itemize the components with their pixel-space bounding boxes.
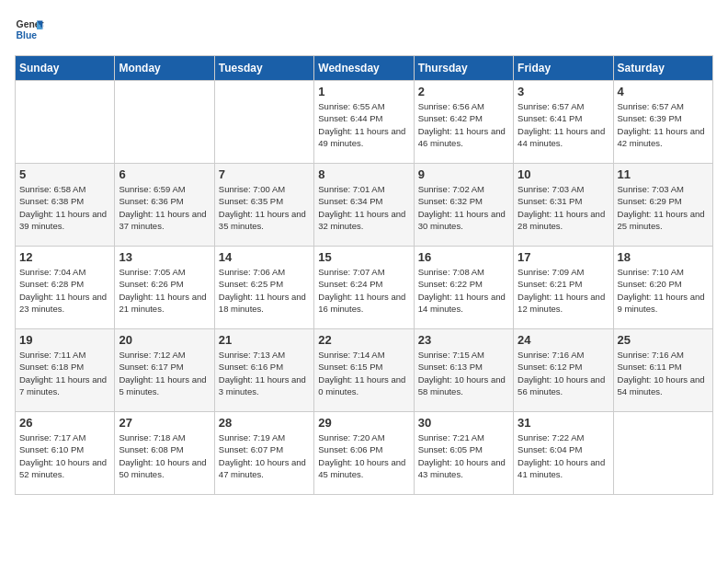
calendar-cell: 23Sunrise: 7:15 AM Sunset: 6:13 PM Dayli… — [414, 329, 513, 412]
day-number: 25 — [618, 333, 709, 347]
calendar-cell: 10Sunrise: 7:03 AM Sunset: 6:31 PM Dayli… — [514, 164, 613, 247]
calendar-week-1: 1Sunrise: 6:55 AM Sunset: 6:44 PM Daylig… — [16, 81, 713, 164]
day-info: Sunrise: 7:19 AM Sunset: 6:07 PM Dayligh… — [219, 431, 310, 480]
day-info: Sunrise: 7:03 AM Sunset: 6:29 PM Dayligh… — [618, 183, 709, 232]
calendar-cell — [16, 81, 115, 164]
calendar-cell: 13Sunrise: 7:05 AM Sunset: 6:26 PM Dayli… — [115, 247, 214, 329]
calendar-cell: 15Sunrise: 7:07 AM Sunset: 6:24 PM Dayli… — [314, 247, 414, 329]
calendar-cell: 20Sunrise: 7:12 AM Sunset: 6:17 PM Dayli… — [115, 329, 214, 412]
dow-header-wednesday: Wednesday — [314, 56, 414, 81]
calendar-cell: 21Sunrise: 7:13 AM Sunset: 6:16 PM Dayli… — [214, 329, 313, 412]
day-number: 12 — [19, 250, 110, 264]
calendar-week-5: 26Sunrise: 7:17 AM Sunset: 6:10 PM Dayli… — [16, 412, 713, 495]
logo: General Blue — [15, 15, 44, 44]
calendar-cell: 12Sunrise: 7:04 AM Sunset: 6:28 PM Dayli… — [16, 247, 115, 329]
calendar-cell: 28Sunrise: 7:19 AM Sunset: 6:07 PM Dayli… — [214, 412, 313, 495]
day-info: Sunrise: 7:08 AM Sunset: 6:22 PM Dayligh… — [418, 266, 509, 315]
dow-header-saturday: Saturday — [613, 56, 712, 81]
day-info: Sunrise: 6:57 AM Sunset: 6:41 PM Dayligh… — [518, 100, 609, 149]
calendar-cell: 8Sunrise: 7:01 AM Sunset: 6:34 PM Daylig… — [314, 164, 414, 247]
calendar-cell: 29Sunrise: 7:20 AM Sunset: 6:06 PM Dayli… — [314, 412, 414, 495]
calendar-cell: 18Sunrise: 7:10 AM Sunset: 6:20 PM Dayli… — [613, 247, 712, 329]
day-info: Sunrise: 7:01 AM Sunset: 6:34 PM Dayligh… — [318, 183, 409, 232]
day-info: Sunrise: 6:55 AM Sunset: 6:44 PM Dayligh… — [318, 100, 409, 149]
day-number: 19 — [19, 333, 110, 347]
day-number: 18 — [618, 250, 709, 264]
day-info: Sunrise: 7:04 AM Sunset: 6:28 PM Dayligh… — [19, 266, 110, 315]
calendar-cell: 24Sunrise: 7:16 AM Sunset: 6:12 PM Dayli… — [514, 329, 613, 412]
day-info: Sunrise: 7:06 AM Sunset: 6:25 PM Dayligh… — [219, 266, 310, 315]
calendar-cell: 7Sunrise: 7:00 AM Sunset: 6:35 PM Daylig… — [214, 164, 313, 247]
calendar-cell: 2Sunrise: 6:56 AM Sunset: 6:42 PM Daylig… — [414, 81, 513, 164]
calendar-week-4: 19Sunrise: 7:11 AM Sunset: 6:18 PM Dayli… — [16, 329, 713, 412]
day-info: Sunrise: 7:21 AM Sunset: 6:05 PM Dayligh… — [418, 431, 509, 480]
calendar-cell: 22Sunrise: 7:14 AM Sunset: 6:15 PM Dayli… — [314, 329, 414, 412]
day-number: 28 — [219, 416, 310, 430]
calendar-cell: 17Sunrise: 7:09 AM Sunset: 6:21 PM Dayli… — [514, 247, 613, 329]
day-info: Sunrise: 7:00 AM Sunset: 6:35 PM Dayligh… — [219, 183, 310, 232]
calendar-week-3: 12Sunrise: 7:04 AM Sunset: 6:28 PM Dayli… — [16, 247, 713, 329]
day-number: 16 — [418, 250, 509, 264]
day-info: Sunrise: 7:09 AM Sunset: 6:21 PM Dayligh… — [518, 266, 609, 315]
calendar-body: 1Sunrise: 6:55 AM Sunset: 6:44 PM Daylig… — [16, 81, 713, 495]
day-number: 4 — [618, 85, 709, 98]
day-number: 3 — [518, 85, 609, 98]
calendar-cell — [214, 81, 313, 164]
calendar-cell: 19Sunrise: 7:11 AM Sunset: 6:18 PM Dayli… — [16, 329, 115, 412]
calendar-cell — [115, 81, 214, 164]
day-info: Sunrise: 7:16 AM Sunset: 6:11 PM Dayligh… — [618, 349, 709, 397]
calendar-cell: 25Sunrise: 7:16 AM Sunset: 6:11 PM Dayli… — [613, 329, 712, 412]
dow-header-tuesday: Tuesday — [214, 56, 313, 81]
day-info: Sunrise: 7:14 AM Sunset: 6:15 PM Dayligh… — [318, 349, 409, 397]
svg-text:Blue: Blue — [17, 30, 38, 40]
days-of-week-row: SundayMondayTuesdayWednesdayThursdayFrid… — [16, 56, 713, 81]
day-number: 2 — [418, 85, 509, 98]
day-number: 21 — [219, 333, 310, 347]
day-info: Sunrise: 7:16 AM Sunset: 6:12 PM Dayligh… — [518, 349, 609, 397]
day-number: 6 — [119, 167, 210, 181]
day-info: Sunrise: 6:56 AM Sunset: 6:42 PM Dayligh… — [418, 100, 509, 149]
calendar-cell: 16Sunrise: 7:08 AM Sunset: 6:22 PM Dayli… — [414, 247, 513, 329]
calendar-cell: 1Sunrise: 6:55 AM Sunset: 6:44 PM Daylig… — [314, 81, 414, 164]
day-number: 26 — [19, 416, 110, 430]
day-number: 5 — [19, 167, 110, 181]
logo-icon: General Blue — [15, 15, 44, 44]
day-info: Sunrise: 7:07 AM Sunset: 6:24 PM Dayligh… — [318, 266, 409, 315]
day-info: Sunrise: 6:57 AM Sunset: 6:39 PM Dayligh… — [618, 100, 709, 149]
calendar-cell: 9Sunrise: 7:02 AM Sunset: 6:32 PM Daylig… — [414, 164, 513, 247]
day-info: Sunrise: 7:02 AM Sunset: 6:32 PM Dayligh… — [418, 183, 509, 232]
calendar-cell: 27Sunrise: 7:18 AM Sunset: 6:08 PM Dayli… — [115, 412, 214, 495]
day-info: Sunrise: 7:10 AM Sunset: 6:20 PM Dayligh… — [618, 266, 709, 315]
day-info: Sunrise: 7:13 AM Sunset: 6:16 PM Dayligh… — [219, 349, 310, 397]
dow-header-thursday: Thursday — [414, 56, 513, 81]
day-number: 29 — [318, 416, 409, 430]
day-number: 17 — [518, 250, 609, 264]
day-number: 24 — [518, 333, 609, 347]
dow-header-friday: Friday — [514, 56, 613, 81]
day-info: Sunrise: 7:20 AM Sunset: 6:06 PM Dayligh… — [318, 431, 409, 480]
calendar-cell: 14Sunrise: 7:06 AM Sunset: 6:25 PM Dayli… — [214, 247, 313, 329]
dow-header-sunday: Sunday — [16, 56, 115, 81]
day-number: 10 — [518, 167, 609, 181]
day-info: Sunrise: 7:22 AM Sunset: 6:04 PM Dayligh… — [518, 431, 609, 480]
day-info: Sunrise: 7:18 AM Sunset: 6:08 PM Dayligh… — [119, 431, 210, 480]
calendar-cell: 11Sunrise: 7:03 AM Sunset: 6:29 PM Dayli… — [613, 164, 712, 247]
day-number: 11 — [618, 167, 709, 181]
day-number: 27 — [119, 416, 210, 430]
day-number: 31 — [518, 416, 609, 430]
calendar-cell: 6Sunrise: 6:59 AM Sunset: 6:36 PM Daylig… — [115, 164, 214, 247]
dow-header-monday: Monday — [115, 56, 214, 81]
day-info: Sunrise: 7:17 AM Sunset: 6:10 PM Dayligh… — [19, 431, 110, 480]
day-number: 1 — [318, 85, 409, 98]
day-number: 13 — [119, 250, 210, 264]
calendar-cell: 31Sunrise: 7:22 AM Sunset: 6:04 PM Dayli… — [514, 412, 613, 495]
calendar-cell — [613, 412, 712, 495]
day-info: Sunrise: 7:12 AM Sunset: 6:17 PM Dayligh… — [119, 349, 210, 397]
day-number: 15 — [318, 250, 409, 264]
calendar-week-2: 5Sunrise: 6:58 AM Sunset: 6:38 PM Daylig… — [16, 164, 713, 247]
page-header: General Blue — [15, 15, 713, 44]
day-info: Sunrise: 7:05 AM Sunset: 6:26 PM Dayligh… — [119, 266, 210, 315]
day-number: 20 — [119, 333, 210, 347]
calendar-cell: 30Sunrise: 7:21 AM Sunset: 6:05 PM Dayli… — [414, 412, 513, 495]
day-number: 14 — [219, 250, 310, 264]
